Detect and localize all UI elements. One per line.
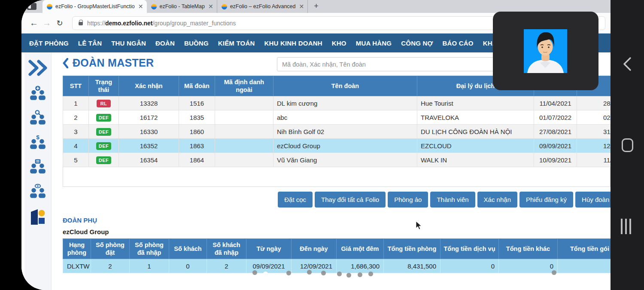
table-row[interactable]: 3 DEF 16330 1860 Nih Bình Golf 02 DU LỊC… [63, 125, 611, 139]
table-row[interactable]: 1 RL 13328 1516 DL kim cương Hue Tourist… [63, 96, 611, 110]
status-badge: DEF [96, 142, 112, 150]
action-button[interactable]: Thay đổi tất cả Folio [315, 192, 386, 208]
action-button[interactable]: Hủy đoàn [575, 192, 611, 208]
column-header[interactable]: Tổng tiền khác [499, 239, 558, 259]
action-button[interactable]: Phiếu đăng ký [519, 192, 573, 208]
group-folio-icon[interactable] [29, 159, 47, 176]
page-title: ĐOÀN MASTER [63, 57, 154, 69]
add-group-icon[interactable] [29, 85, 47, 103]
sub-table-cell: 1,686,300 [337, 259, 384, 273]
sub-table-cell: 0 [440, 259, 499, 273]
column-header[interactable]: Đến ngày [292, 239, 337, 259]
master-table-footer [63, 167, 611, 187]
nav-menu-item[interactable]: BUỒNG [179, 40, 213, 47]
status-badge: DEF [96, 128, 112, 136]
column-header[interactable]: Giá một đêm [337, 239, 384, 259]
column-header[interactable]: STT [63, 76, 89, 96]
action-button[interactable]: Phòng ảo [388, 192, 428, 208]
nav-menu-item[interactable]: THU NGÂN [106, 40, 151, 47]
browser-tab[interactable]: ezFolio - GroupMasterListFunctio ✕ [43, 0, 147, 13]
tab-close-icon[interactable]: ✕ [299, 3, 304, 10]
column-header[interactable]: Số khách đã nhập [207, 239, 246, 259]
new-tab-button[interactable]: + [314, 2, 319, 11]
cell-stt: 4 [63, 139, 89, 153]
group-payment-icon[interactable]: $ [29, 134, 47, 152]
sub-table-row[interactable]: DLXTW210209/09/202112/09/20211,686,3008,… [63, 259, 611, 273]
url-text: https://demo.ezfolio.net/group/group_mas… [87, 20, 236, 27]
tab-close-icon[interactable]: ✕ [208, 3, 213, 10]
action-button[interactable]: Xác nhận [477, 192, 517, 208]
group-search-input[interactable] [277, 57, 498, 71]
dot-artifact [552, 270, 556, 275]
ezfolio-favicon [151, 4, 157, 9]
search-group-icon[interactable] [29, 110, 47, 127]
tab-title: ezFolio - GroupMasterListFunctio [55, 3, 135, 9]
vertical-tabs-icon[interactable] [27, 3, 36, 10]
sub-table-cell: DLXTW [63, 259, 91, 273]
cell-ma-dinh-danh [215, 153, 273, 167]
cell-ngay-den: 09/09/2021 [534, 139, 577, 153]
android-recents-button[interactable] [621, 219, 631, 234]
sub-table-cell: 8,431,500 [384, 259, 440, 273]
action-button[interactable]: Đặt cọc [278, 192, 313, 208]
nav-menu-item[interactable]: BÁO CÁO [437, 40, 478, 47]
tab-list: ezFolio - GroupMasterListFunctio ✕ ezFol… [43, 0, 308, 13]
column-header[interactable]: Tên đoàn [273, 76, 417, 96]
column-header[interactable]: Trạng thái [89, 76, 119, 96]
group-view-icon[interactable] [29, 183, 47, 201]
cell-dai-ly: WALK IN [417, 153, 534, 167]
action-button[interactable]: Thành viên [430, 192, 475, 208]
android-home-button[interactable] [622, 138, 633, 152]
nav-menu-item[interactable]: KIỂM TOÁN [213, 40, 260, 47]
cell-status: DEF [89, 153, 119, 167]
cell-dai-ly: DU LỊCH CÔNG ĐOÀN HÀ NỘI [417, 125, 534, 139]
cell-dai-ly: Hue Tourist [417, 96, 534, 110]
ezfolio-favicon [222, 4, 227, 9]
tab-close-icon[interactable]: ✕ [138, 3, 143, 10]
cell-ma-dinh-danh [215, 125, 273, 139]
nav-menu-item[interactable]: CÔNG NỢ [396, 40, 437, 47]
browser-tab[interactable]: ezFolio – ezFolio Advanced ✕ [217, 0, 308, 13]
sub-table-cell: 2 [91, 259, 130, 273]
nav-menu-item[interactable]: KHO [327, 40, 351, 47]
lock-icon[interactable] [79, 22, 83, 25]
column-header[interactable]: Số phòng đặt [91, 239, 130, 259]
cell-ngay-den: 11/04/2021 [534, 96, 577, 110]
column-header[interactable]: Số khách [169, 239, 207, 259]
android-back-button[interactable] [621, 56, 634, 73]
dot-artifact [286, 271, 291, 275]
cell-xac-nhan: 13328 [119, 96, 179, 110]
browser-tab[interactable]: ezFolio - TableMap ✕ [147, 0, 217, 13]
cell-stt: 2 [63, 110, 89, 125]
column-header[interactable]: Tổng tiền phòng [384, 239, 440, 259]
table-row[interactable]: 2 DEF 16172 1835 abc TRAVELOKA 01/07/202… [63, 110, 611, 125]
sub-group-name: ezCloud Group [63, 228, 611, 235]
nav-menu-item[interactable]: MUA HÀNG [351, 40, 397, 47]
expand-sidebar-icon[interactable] [28, 59, 48, 78]
nav-menu-item[interactable]: ĐOÀN [151, 40, 179, 47]
column-header[interactable]: Mã đoàn [179, 76, 215, 96]
nav-menu-item[interactable]: KHU KINH DOANH [259, 40, 327, 47]
column-header[interactable]: Từ ngày [246, 239, 292, 259]
cell-ma-doan: 1835 [179, 110, 215, 125]
column-header[interactable]: Hạng phòng [63, 239, 91, 259]
column-header[interactable]: Số phòng đã nhập [130, 239, 169, 259]
column-header[interactable]: Xác nhận [119, 76, 179, 96]
sub-section-title: ĐOÀN PHỤ [63, 217, 611, 224]
column-header[interactable]: Tổng tiền gói [558, 239, 611, 259]
column-header[interactable]: Tổng tiền dịch vụ [440, 239, 499, 259]
cell-ngay-di: 12/09/2021 [577, 139, 611, 153]
cell-ma-dinh-danh [215, 110, 273, 125]
cell-ngay-di: 02/07/2022 [577, 110, 611, 125]
table-row[interactable]: 4 DEF 16352 1863 ezCloud Group EZCLOUD 0… [63, 139, 611, 153]
nav-menu-item[interactable]: ĐẶT PHÒNG [24, 40, 73, 47]
column-header[interactable]: Mã định danh ngoài [215, 76, 273, 96]
cell-ma-doan: 1863 [179, 139, 215, 153]
dot-artifact [337, 272, 342, 276]
cell-status: DEF [89, 125, 119, 139]
webcam-overlay [493, 12, 598, 90]
back-icon[interactable]: ← [27, 18, 40, 28]
table-row[interactable]: 5 DEF 16354 1864 Vũ Văn Giang WALK IN 10… [63, 153, 611, 167]
nav-menu-item[interactable]: LỄ TÂN [73, 40, 106, 47]
reload-icon[interactable]: ↻ [53, 18, 66, 28]
